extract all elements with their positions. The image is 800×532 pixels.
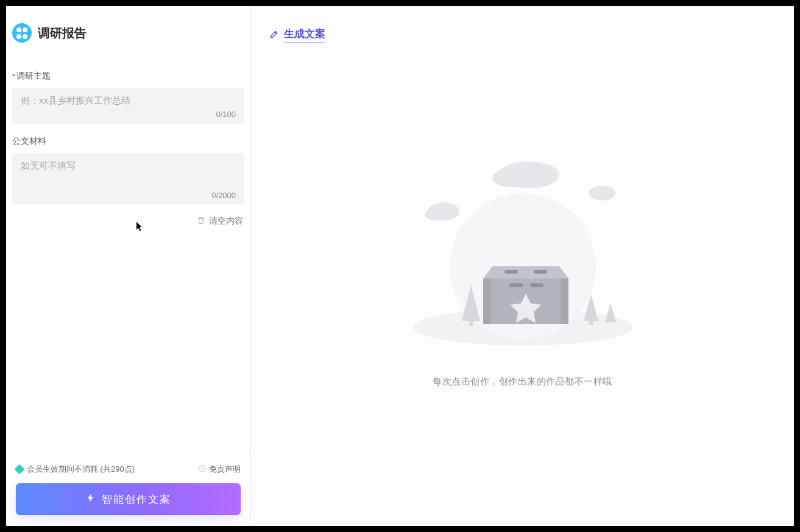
material-textarea[interactable]: 如无可不填写	[21, 160, 236, 191]
form-area: * 调研主题 例：xx县乡村振兴工作总结 0/100 公文材料 如无可不填写 0…	[6, 48, 250, 455]
topic-counter: 0/100	[21, 110, 236, 119]
left-panel: 调研报告 * 调研主题 例：xx县乡村振兴工作总结 0/100 公文材料 如无可…	[6, 6, 251, 526]
svg-rect-12	[561, 278, 568, 324]
info-icon	[198, 464, 207, 475]
material-label: 公文材料	[12, 136, 244, 147]
diamond-icon	[15, 464, 25, 475]
svg-rect-14	[534, 270, 547, 274]
empty-state-text: 每次点击创作，创作出来的作品都不一样哦	[433, 376, 612, 388]
required-asterisk: *	[12, 72, 15, 81]
empty-illustration	[401, 151, 645, 352]
trash-icon	[197, 216, 205, 227]
svg-rect-16	[530, 283, 543, 287]
topic-input[interactable]: 例：xx县乡村振兴工作总结	[21, 95, 236, 107]
left-footer: 会员生效期间不消耗 (共290点) 免责声明 智能创作文案	[6, 455, 250, 526]
empty-state: 每次点击创作，创作出来的作品都不一样哦	[251, 48, 794, 526]
disclaimer-label: 免责声明	[209, 464, 241, 475]
clear-content-label: 清空内容	[209, 216, 243, 227]
svg-point-5	[492, 169, 529, 187]
edit-icon	[269, 29, 279, 41]
svg-rect-11	[483, 278, 491, 324]
disclaimer-link[interactable]: 免责声明	[198, 464, 241, 475]
svg-point-3	[425, 208, 444, 221]
svg-rect-8	[469, 320, 473, 326]
left-header: 调研报告	[6, 6, 250, 48]
right-header: 生成文案	[251, 6, 794, 48]
app-window: 调研报告 * 调研主题 例：xx县乡村振兴工作总结 0/100 公文材料 如无可…	[6, 6, 794, 526]
app-logo-icon	[12, 23, 32, 43]
svg-rect-15	[509, 283, 523, 287]
material-label-text: 公文材料	[12, 136, 46, 147]
topic-label-text: 调研主题	[16, 71, 51, 82]
tab-generate[interactable]: 生成文案	[284, 27, 325, 43]
credits-info: 会员生效期间不消耗 (共290点)	[16, 464, 135, 475]
right-panel: 生成文案	[251, 6, 794, 526]
page-title: 调研报告	[38, 25, 87, 41]
generate-button-label: 智能创作文案	[102, 492, 171, 506]
credits-row: 会员生效期间不消耗 (共290点) 免责声明	[16, 464, 241, 475]
topic-label: * 调研主题	[12, 71, 244, 82]
lightning-icon	[86, 493, 96, 506]
generate-button[interactable]: 智能创作文案	[16, 483, 241, 515]
material-counter: 0/2000	[21, 191, 236, 200]
svg-rect-13	[504, 270, 518, 274]
material-input-wrap[interactable]: 如无可不填写 0/2000	[12, 153, 244, 205]
credits-text: 会员生效期间不消耗 (共290点)	[27, 464, 135, 475]
topic-input-wrap[interactable]: 例：xx县乡村振兴工作总结 0/100	[12, 88, 244, 124]
clear-content-button[interactable]: 清空内容	[12, 205, 244, 227]
svg-rect-9	[589, 320, 593, 325]
svg-point-6	[589, 186, 615, 200]
